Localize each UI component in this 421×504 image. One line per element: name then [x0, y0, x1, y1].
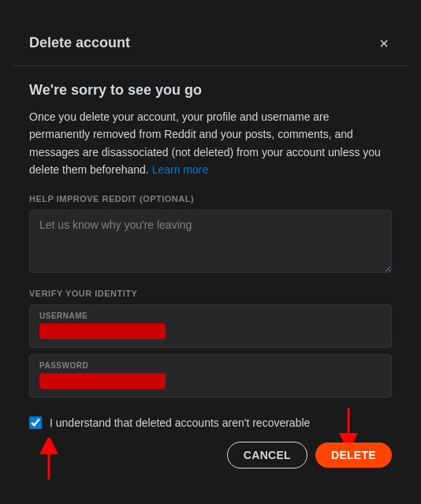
help-improve-section: HELP IMPROVE REDDIT (OPTIONAL)	[29, 194, 392, 276]
checkbox-row: I understand that deleted accounts aren'…	[13, 404, 408, 442]
close-button[interactable]: ×	[376, 32, 392, 54]
help-improve-label: HELP IMPROVE REDDIT (OPTIONAL)	[29, 194, 392, 203]
username-redacted	[39, 323, 166, 339]
learn-more-link[interactable]: Learn more	[152, 163, 209, 176]
cancel-button[interactable]: CANCEL	[227, 442, 307, 469]
verify-identity-label: VERIFY YOUR IDENTITY	[29, 289, 392, 298]
feedback-textarea[interactable]	[29, 210, 392, 273]
password-redacted	[39, 373, 166, 389]
understand-checkbox[interactable]	[29, 416, 42, 429]
password-label: PASSWORD	[39, 361, 382, 370]
username-group: USERNAME	[29, 304, 392, 348]
delete-account-modal: Delete account × We're sorry to see you …	[13, 20, 408, 485]
modal-body: We're sorry to see you go Once you delet…	[13, 66, 408, 398]
description-text: Once you delete your account, your profi…	[29, 108, 392, 179]
delete-button[interactable]: DELETE	[315, 442, 392, 468]
username-label: USERNAME	[39, 312, 382, 320]
modal-footer: CANCEL DELETE	[13, 442, 408, 484]
password-group: PASSWORD	[29, 354, 392, 398]
verify-identity-section: VERIFY YOUR IDENTITY USERNAME PASSWORD	[29, 289, 392, 398]
modal-title: Delete account	[29, 35, 130, 51]
checkbox-label: I understand that deleted accounts aren'…	[50, 416, 310, 429]
modal-header: Delete account ×	[13, 20, 408, 66]
sorry-heading: We're sorry to see you go	[29, 82, 392, 99]
